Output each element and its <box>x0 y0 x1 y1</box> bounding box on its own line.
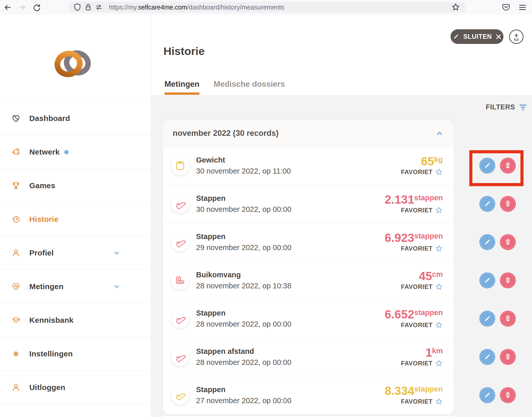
measurement-value: 8.334stappen <box>385 385 443 397</box>
edit-button[interactable] <box>479 196 495 212</box>
trash-icon <box>504 277 511 284</box>
row-actions <box>472 185 526 223</box>
edit-button[interactable] <box>479 311 495 327</box>
browser-back-button[interactable] <box>3 2 13 13</box>
row-actions-column <box>472 146 526 414</box>
measurement-type: Stappen <box>196 232 291 241</box>
edit-button[interactable] <box>479 234 495 250</box>
measurement-icon-badge <box>171 233 189 251</box>
favorite-toggle[interactable]: FAVORIET <box>401 206 443 214</box>
favorite-label: FAVORIET <box>401 321 433 329</box>
month-group-header[interactable]: november 2022 (30 records) <box>163 120 454 146</box>
delete-button[interactable] <box>500 349 516 365</box>
sidebar-item-profiel[interactable]: Profiel <box>0 236 151 270</box>
measurement-unit: stappen <box>414 194 443 202</box>
tab-medische-dossiers[interactable]: Medische dossiers <box>214 80 285 95</box>
measurement-date: 30 november 2022, op 11:00 <box>196 167 291 175</box>
favorite-toggle[interactable]: FAVORIET <box>401 398 443 405</box>
measurement-type: Stappen afstand <box>196 347 291 356</box>
trash-icon <box>504 392 511 399</box>
favorite-star-icon <box>435 206 443 214</box>
page-title: Historie <box>163 45 205 58</box>
browser-reload-button[interactable] <box>31 2 42 13</box>
edit-button[interactable] <box>479 272 495 288</box>
measurement-row[interactable]: Stappen afstand 28 november 2022, op 00:… <box>163 338 454 376</box>
url-bar[interactable]: https://my.selfcare4me.com/dashboard/his… <box>69 2 466 13</box>
measurement-row[interactable]: Stappen 29 november 2022, op 00:00 6.923… <box>163 223 454 261</box>
pocket-icon[interactable] <box>501 3 511 12</box>
sidebar-item-historie[interactable]: Historie <box>0 202 151 236</box>
sidebar-item-kennisbank[interactable]: Kennisbank <box>0 303 151 337</box>
delete-button[interactable] <box>500 272 516 288</box>
sidebar-item-label: Dashboard <box>29 114 70 123</box>
edit-button[interactable] <box>479 387 495 403</box>
measurement-date: 29 november 2022, op 00:00 <box>196 243 291 252</box>
measurement-value: 6.923stappen <box>385 232 443 244</box>
history-clock-icon <box>11 215 21 224</box>
favorite-star-icon <box>435 321 443 329</box>
measurement-row[interactable]: Stappen 30 november 2022, op 00:00 2.131… <box>163 185 454 223</box>
favorite-label: FAVORIET <box>401 168 433 176</box>
export-button[interactable] <box>509 30 524 44</box>
favorite-label: FAVORIET <box>401 207 433 214</box>
gear-icon <box>11 349 21 358</box>
sluiten-button[interactable]: SLUITEN <box>451 29 503 44</box>
month-group-title: november 2022 (30 records) <box>173 129 279 138</box>
trash-icon <box>504 353 511 361</box>
favorite-star-icon <box>435 398 443 405</box>
weight-scale-icon <box>175 160 186 171</box>
measurement-unit: cm <box>432 270 443 278</box>
edit-button[interactable] <box>479 349 495 365</box>
delete-button[interactable] <box>500 234 516 250</box>
favorite-toggle[interactable]: FAVORIET <box>401 283 443 291</box>
pencil-icon <box>484 315 491 322</box>
pencil-icon <box>453 34 459 40</box>
favorite-label: FAVORIET <box>401 398 433 405</box>
filters-button[interactable]: FILTERS <box>486 103 527 111</box>
measurement-date: 28 november 2022, op 00:00 <box>196 320 291 328</box>
pencil-icon <box>484 162 491 169</box>
sidebar-item-metingen[interactable]: Metingen <box>0 270 151 303</box>
delete-button[interactable] <box>500 158 516 174</box>
sidebar-item-netwerk[interactable]: Netwerk <box>0 135 151 169</box>
favorite-star-icon <box>435 283 443 291</box>
bookmark-star-icon[interactable] <box>451 3 460 12</box>
measurement-unit: stappen <box>414 232 443 240</box>
chevron-down-icon <box>113 283 120 290</box>
delete-button[interactable] <box>500 196 516 212</box>
delete-button[interactable] <box>500 311 516 327</box>
sidebar-item-uitloggen[interactable]: Uitloggen <box>0 371 151 404</box>
notification-dot <box>64 150 69 154</box>
trophy-icon <box>11 181 21 190</box>
upload-icon <box>512 32 521 41</box>
measurement-row[interactable]: Stappen 27 november 2022, op 00:00 8.334… <box>163 376 454 414</box>
favorite-toggle[interactable]: FAVORIET <box>401 168 443 176</box>
measurement-date: 27 november 2022, op 00:00 <box>196 396 291 405</box>
arrow-right-icon <box>20 5 25 10</box>
measurement-row[interactable]: Gewicht 30 november 2022, op 11:00 65kg … <box>163 146 454 185</box>
browser-forward-button[interactable] <box>17 2 27 13</box>
shield-icon[interactable] <box>73 3 82 12</box>
tab-metingen[interactable]: Metingen <box>164 80 199 95</box>
measurement-unit: kg <box>434 155 443 163</box>
favorite-toggle[interactable]: FAVORIET <box>401 245 443 252</box>
sidebar-item-games[interactable]: Games <box>0 169 151 202</box>
sidebar-item-dashboard[interactable]: Dashboard <box>0 101 151 135</box>
measurement-unit: km <box>432 347 443 355</box>
row-actions <box>472 223 526 261</box>
sidebar-item-label: Metingen <box>29 282 63 291</box>
measurement-row[interactable]: Stappen 28 november 2022, op 00:00 6.652… <box>163 299 454 338</box>
measurement-value: 65kg <box>421 155 443 167</box>
lock-icon[interactable] <box>84 3 93 12</box>
chevron-up-icon[interactable] <box>436 129 443 137</box>
menu-icon[interactable] <box>518 3 527 12</box>
measurement-row[interactable]: Buikomvang 28 november 2022, op 10:38 45… <box>163 261 454 299</box>
edit-button[interactable] <box>479 158 495 174</box>
delete-button[interactable] <box>500 387 516 403</box>
permissions-icon[interactable] <box>95 3 103 12</box>
measurement-icon-badge <box>171 156 189 175</box>
pencil-icon <box>484 239 491 246</box>
sidebar-item-instellingen[interactable]: Instellingen <box>0 337 151 371</box>
favorite-toggle[interactable]: FAVORIET <box>401 321 443 329</box>
favorite-toggle[interactable]: FAVORIET <box>401 359 443 367</box>
